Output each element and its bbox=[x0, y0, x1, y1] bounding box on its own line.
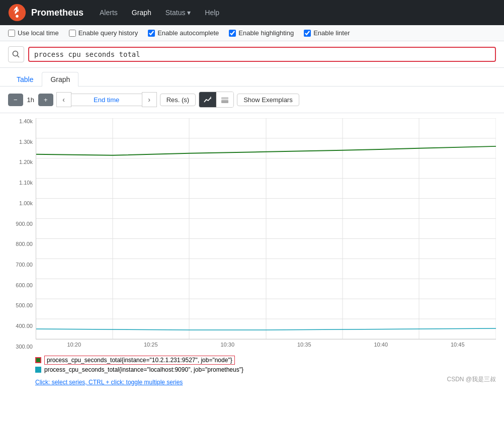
search-input[interactable] bbox=[28, 47, 496, 62]
y-axis: 1.40k 1.30k 1.20k 1.10k 1.00k 900.00 800… bbox=[10, 118, 35, 350]
brand: Prometheus bbox=[8, 4, 83, 22]
y-label-9: 500.00 bbox=[16, 302, 35, 308]
resolution-button[interactable]: Res. (s) bbox=[160, 94, 196, 106]
svg-point-2 bbox=[13, 51, 18, 56]
chart-outer: 1.40k 1.30k 1.20k 1.10k 1.00k 900.00 800… bbox=[36, 118, 496, 350]
y-label-2: 1.20k bbox=[19, 159, 35, 165]
toolbar: Use local time Enable query history Enab… bbox=[0, 25, 504, 41]
y-label-11: 300.00 bbox=[16, 344, 35, 350]
y-label-8: 600.00 bbox=[16, 282, 35, 288]
search-bar bbox=[0, 41, 504, 68]
y-label-6: 800.00 bbox=[16, 241, 35, 247]
nav-menu: Alerts Graph Status ▾ Help bbox=[94, 9, 225, 17]
line-chart-button[interactable] bbox=[199, 92, 216, 107]
x-label-1: 10:25 bbox=[144, 342, 158, 348]
enable-autocomplete-label[interactable]: Enable autocomplete bbox=[148, 29, 219, 37]
stacked-chart-button[interactable] bbox=[216, 92, 233, 107]
legend-hint[interactable]: Click: select series, CTRL + click: togg… bbox=[0, 377, 504, 388]
tab-graph[interactable]: Graph bbox=[42, 72, 78, 87]
enable-query-history-label[interactable]: Enable query history bbox=[69, 29, 138, 37]
legend-label-1: process_cpu_seconds_total{instance="loca… bbox=[44, 366, 243, 373]
enable-query-history-checkbox[interactable] bbox=[69, 30, 76, 37]
enable-autocomplete-checkbox[interactable] bbox=[148, 30, 155, 37]
end-time-button[interactable]: End time bbox=[71, 94, 142, 106]
x-label-2: 10:30 bbox=[220, 342, 234, 348]
y-label-0: 1.40k bbox=[19, 118, 35, 124]
svg-rect-6 bbox=[221, 97, 228, 100]
x-label-3: 10:35 bbox=[297, 342, 311, 348]
legend: process_cpu_seconds_total{instance="10.2… bbox=[0, 350, 504, 377]
show-exemplars-button[interactable]: Show Exemplars bbox=[237, 94, 299, 106]
enable-linter-label[interactable]: Enable linter bbox=[304, 29, 350, 37]
y-label-3: 1.10k bbox=[19, 180, 35, 186]
search-button[interactable] bbox=[8, 46, 24, 62]
time-range-nav: ‹ End time › bbox=[56, 92, 157, 107]
use-local-time-label[interactable]: Use local time bbox=[8, 29, 59, 37]
svg-rect-5 bbox=[221, 100, 228, 103]
y-label-5: 900.00 bbox=[16, 221, 35, 227]
x-label-5: 10:45 bbox=[451, 342, 465, 348]
enable-linter-checkbox[interactable] bbox=[304, 30, 311, 37]
brand-name: Prometheus bbox=[31, 8, 83, 18]
y-label-4: 1.00k bbox=[19, 200, 35, 206]
svg-point-1 bbox=[16, 15, 18, 18]
svg-line-3 bbox=[18, 56, 20, 58]
legend-color-1 bbox=[35, 367, 41, 373]
nav-help[interactable]: Help bbox=[199, 9, 225, 17]
nav-graph[interactable]: Graph bbox=[126, 9, 157, 17]
stacked-chart-icon bbox=[220, 95, 229, 104]
search-icon bbox=[12, 50, 20, 58]
y-label-10: 400.00 bbox=[16, 323, 35, 329]
tab-table[interactable]: Table bbox=[8, 72, 42, 87]
legend-label-0: process_cpu_seconds_total{instance="10.2… bbox=[44, 356, 235, 365]
chart-svg-wrap bbox=[36, 118, 496, 340]
watermark: CSDN @我是三叔 bbox=[447, 375, 496, 384]
duration-label: 1h bbox=[26, 96, 35, 104]
line-chart-icon bbox=[203, 95, 212, 104]
legend-color-0 bbox=[35, 357, 41, 363]
enable-highlighting-checkbox[interactable] bbox=[229, 30, 236, 37]
y-label-7: 700.00 bbox=[16, 262, 35, 268]
nav-status[interactable]: Status ▾ bbox=[159, 9, 197, 17]
prev-time-button[interactable]: ‹ bbox=[56, 92, 71, 107]
legend-item-0[interactable]: process_cpu_seconds_total{instance="10.2… bbox=[35, 356, 496, 365]
use-local-time-checkbox[interactable] bbox=[8, 30, 15, 37]
chart-svg bbox=[36, 118, 496, 339]
x-label-4: 10:40 bbox=[374, 342, 388, 348]
x-axis: 10:20 10:25 10:30 10:35 10:40 10:45 bbox=[36, 340, 496, 350]
nav-alerts[interactable]: Alerts bbox=[94, 9, 124, 17]
decrease-duration-button[interactable]: − bbox=[8, 94, 23, 106]
navbar: Prometheus Alerts Graph Status ▾ Help bbox=[0, 0, 504, 25]
chart-container: 1.40k 1.30k 1.20k 1.10k 1.00k 900.00 800… bbox=[0, 113, 504, 350]
prometheus-logo-icon bbox=[8, 4, 26, 22]
chart-area: 1.40k 1.30k 1.20k 1.10k 1.00k 900.00 800… bbox=[36, 118, 496, 350]
enable-highlighting-label[interactable]: Enable highlighting bbox=[229, 29, 294, 37]
x-label-0: 10:20 bbox=[67, 342, 81, 348]
svg-rect-4 bbox=[210, 97, 211, 99]
legend-item-1[interactable]: process_cpu_seconds_total{instance="loca… bbox=[35, 366, 496, 373]
y-label-1: 1.30k bbox=[19, 139, 35, 145]
next-time-button[interactable]: › bbox=[142, 92, 157, 107]
tabs: Table Graph bbox=[0, 68, 504, 87]
graph-controls: − 1h + ‹ End time › Res. (s) Show Exem bbox=[0, 87, 504, 113]
chart-type-buttons bbox=[199, 92, 234, 108]
increase-duration-button[interactable]: + bbox=[38, 94, 53, 106]
